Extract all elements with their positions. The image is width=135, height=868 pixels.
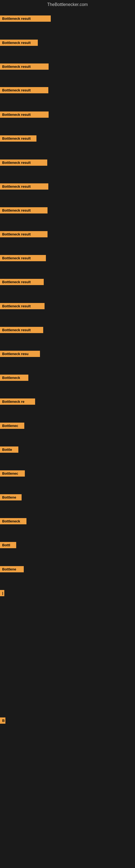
bottleneck-result-item: Bottleneck result bbox=[0, 183, 48, 190]
bottleneck-result-item: Bottleneck result bbox=[0, 303, 45, 309]
bottleneck-result-item: Bottlene bbox=[0, 566, 24, 572]
bottleneck-result-item: Bottleneck result bbox=[0, 135, 37, 142]
bottleneck-result-item: Bottleneck bbox=[0, 518, 27, 524]
bottleneck-result-item: | bbox=[0, 590, 4, 596]
bottleneck-result-item: Bottleneck result bbox=[0, 279, 44, 285]
bottleneck-result-item: Bottleneck result bbox=[0, 159, 47, 166]
bottleneck-result-item: Bottleneck resu bbox=[0, 351, 40, 357]
bottleneck-result-item: Bottleneck bbox=[0, 375, 28, 381]
bottleneck-result-item: B bbox=[0, 717, 5, 724]
bottleneck-result-item: Bottlenec bbox=[0, 470, 25, 476]
bottleneck-result-item: Bottleneck result bbox=[0, 63, 49, 70]
bottleneck-result-item: Bottleneck result bbox=[0, 16, 51, 22]
bottleneck-result-item: Bottleneck result bbox=[0, 207, 48, 214]
bottleneck-result-item: Bottleneck result bbox=[0, 112, 49, 118]
bottleneck-result-item: Bottleneck result bbox=[0, 40, 38, 46]
bottleneck-result-item: Bottleneck result bbox=[0, 231, 48, 237]
bottleneck-result-item: Bottl bbox=[0, 542, 16, 548]
bottleneck-result-item: Bottleneck result bbox=[0, 327, 43, 333]
bottleneck-result-item: Bottle bbox=[0, 446, 18, 453]
bottleneck-result-item: Bottlenec bbox=[0, 423, 24, 429]
site-title: TheBottlenecker.com bbox=[0, 0, 135, 9]
bottleneck-result-item: Bottleneck result bbox=[0, 255, 46, 261]
bottleneck-result-item: Bottleneck re bbox=[0, 399, 35, 405]
bottleneck-result-item: Bottlene bbox=[0, 494, 21, 500]
bottleneck-result-item: Bottleneck result bbox=[0, 87, 48, 93]
